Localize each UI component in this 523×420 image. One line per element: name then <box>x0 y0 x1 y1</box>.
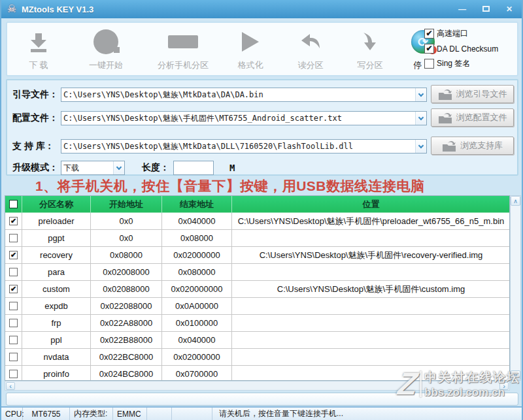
row-checkbox[interactable] <box>9 302 18 310</box>
scroll-up-icon[interactable]: ∧ <box>511 196 520 206</box>
row-checkbox[interactable] <box>9 268 18 276</box>
format-button[interactable]: 格式化 <box>227 27 274 73</box>
row-checkbox[interactable] <box>9 234 18 242</box>
table-row[interactable]: para 0x02008000 0x080000 <box>5 264 510 281</box>
header-location: 位置 <box>232 196 510 213</box>
length-label: 长度： <box>142 162 169 174</box>
table-row[interactable]: nvdata 0x022BC8000 0x02000000 <box>5 349 510 366</box>
table-row[interactable]: expdb 0x022088000 0x0A00000 <box>5 298 510 315</box>
folder-icon <box>438 112 452 123</box>
checkbox-sing-signature[interactable]: Sing 签名 <box>424 58 513 69</box>
length-unit-label: M <box>229 163 235 173</box>
start-address: 0x02008000 <box>91 264 162 281</box>
config-file-label: 配置文件： <box>12 112 61 124</box>
table-row[interactable]: ppl 0x022B88000 0x040000 <box>5 332 510 349</box>
boot-file-combobox[interactable]: C:\Users\YNS\Desktop\魅族\MtkData\DA\DA.bi… <box>61 88 427 102</box>
table-horizontal-scrollbar[interactable]: ‹ › <box>5 381 510 391</box>
browse-support-lib-button[interactable]: 浏览支持库 <box>431 137 514 155</box>
select-all-checkbox[interactable] <box>9 200 18 208</box>
partition-name: custom <box>22 281 91 298</box>
combo-dropdown-button[interactable] <box>415 88 426 101</box>
file-settings-panel: 引导文件： C:\Users\YNS\Desktop\魅族\MtkData\DA… <box>6 79 518 176</box>
partition-name: preloader <box>22 213 91 230</box>
upgrade-mode-row: 升级模式： 下载 长度： M <box>12 160 235 176</box>
end-address: 0x08000 <box>162 230 232 247</box>
support-lib-combobox[interactable]: C:\Users\YNS\Desktop\魅族\MtkData\DLL\7160… <box>61 139 427 153</box>
status-message: 请关机后，按住音量下键连接手机... <box>212 408 523 420</box>
toolbar: 下 载 一键开始 分析手机分区 格式化 读分区 写分区 <box>6 22 518 76</box>
partition-name: frp <box>22 315 91 332</box>
titlebar: ☠ MZtools KEY V1.3 — ✕ <box>1 0 523 18</box>
instruction-text: 1、将手机关机，按住【音量下】按键，用USB数据线连接电脑 <box>35 177 506 195</box>
location: C:\Users\YNS\Desktop\魅族\手机固件\preloader_w… <box>232 213 510 230</box>
table-row[interactable]: ✔ recovery 0x08000 0x02000000 C:\Users\Y… <box>5 247 510 264</box>
table-row[interactable]: proinfo 0x024BC8000 0x0700000 <box>5 366 510 381</box>
status-cpu-value: MT6755 <box>23 408 70 420</box>
status-memory-value: EMMC <box>113 408 147 420</box>
start-address: 0x0 <box>91 213 162 230</box>
row-checkbox[interactable]: ✔ <box>9 251 18 259</box>
scroll-down-icon[interactable]: ∨ <box>511 370 520 380</box>
write-partition-icon <box>360 29 380 54</box>
app-window: ☠ MZtools KEY V1.3 — ✕ 下 载 一键开始 分析手机分区 格… <box>0 0 523 420</box>
combo-dropdown-button[interactable] <box>415 112 426 125</box>
scroll-right-icon[interactable]: › <box>499 382 509 390</box>
chevron-down-icon <box>418 114 424 120</box>
end-address: 0x0100000 <box>162 315 232 332</box>
partition-name: para <box>22 264 91 281</box>
upgrade-mode-select[interactable]: 下载 <box>61 161 125 175</box>
end-address: 0x0700000 <box>162 366 232 381</box>
location: C:\Users\YNS\Desktop\魅族\手机固件\custom.img <box>232 281 510 298</box>
location: C:\Users\YNS\Desktop\魅族\手机固件\recovery-ve… <box>232 247 510 264</box>
analyze-partitions-button[interactable]: 分析手机分区 <box>148 27 218 73</box>
row-checkbox[interactable] <box>9 336 18 344</box>
length-input[interactable] <box>173 161 214 175</box>
chevron-down-icon <box>418 142 424 148</box>
download-button[interactable]: 下 载 <box>18 27 59 73</box>
row-checkbox[interactable] <box>9 353 18 361</box>
table-row[interactable]: frp 0x022A88000 0x0100000 <box>5 315 510 332</box>
end-address: 0x0A00000 <box>162 298 232 315</box>
select-all-cell[interactable] <box>5 196 22 213</box>
status-cpu-label: CPU: <box>1 408 23 420</box>
location <box>232 332 510 349</box>
row-checkbox[interactable] <box>9 319 18 327</box>
combo-dropdown-button[interactable] <box>113 161 124 174</box>
row-checkbox[interactable]: ✔ <box>9 217 18 225</box>
table-header-row: 分区名称 开始地址 结束地址 位置 <box>5 196 510 213</box>
maximize-button[interactable] <box>480 5 492 14</box>
download-icon <box>27 29 50 54</box>
support-lib-label: 支 持 库： <box>12 140 61 152</box>
table-row[interactable]: ✔ preloader 0x0 0x040000 C:\Users\YNS\De… <box>5 213 510 230</box>
chevron-down-icon <box>418 91 424 96</box>
end-address: 0x02000000 <box>162 349 232 366</box>
partition-name: pgpt <box>22 230 91 247</box>
row-checkbox[interactable]: ✔ <box>9 285 18 293</box>
browse-boot-file-button[interactable]: 浏览引导文件 <box>431 85 514 103</box>
chevron-down-icon <box>116 164 122 169</box>
end-address: 0x080000 <box>162 264 232 281</box>
row-checkbox[interactable] <box>9 370 18 378</box>
table-row[interactable]: ✔ custom 0x02088000 0x020000000 C:\Users… <box>5 281 510 298</box>
read-partition-button[interactable]: 读分区 <box>286 27 335 73</box>
end-address: 0x02000000 <box>162 247 232 264</box>
start-address: 0x024BC8000 <box>91 366 162 381</box>
partition-name: ppl <box>22 332 91 349</box>
location <box>232 366 510 381</box>
one-key-start-button[interactable]: 一键开始 <box>78 27 134 73</box>
config-file-combobox[interactable]: C:\Users\YNS\Desktop\魅族\手机固件\MT6755_Andr… <box>61 111 427 125</box>
combo-dropdown-button[interactable] <box>415 140 426 153</box>
maximize-icon <box>482 6 490 12</box>
close-button[interactable]: ✕ <box>503 5 515 14</box>
start-address: 0x08000 <box>91 247 162 264</box>
table-row[interactable]: pgpt 0x0 0x08000 <box>5 230 510 247</box>
minimize-button[interactable]: — <box>456 5 468 14</box>
write-partition-button[interactable]: 写分区 <box>345 27 396 73</box>
table-vertical-scrollbar[interactable]: ∧ ∨ <box>510 195 521 381</box>
location <box>232 230 510 247</box>
checkbox-da-dl-checksum[interactable]: ✔ DA DL Checksum <box>424 44 513 54</box>
checkbox-high-speed-port[interactable]: ✔ 高速端口 <box>424 28 513 39</box>
scroll-left-icon[interactable]: ‹ <box>6 382 15 390</box>
browse-config-file-button[interactable]: 浏览配置文件 <box>431 108 514 127</box>
progress-bar <box>6 393 518 406</box>
